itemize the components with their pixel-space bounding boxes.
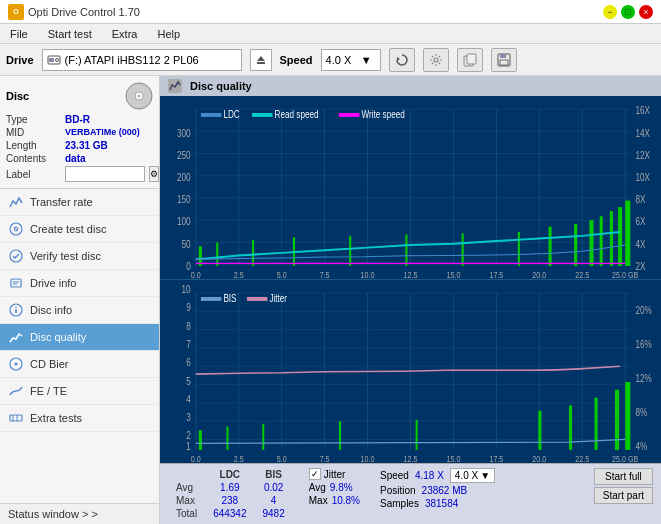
svg-text:9: 9 [186,302,191,313]
svg-rect-51 [216,242,218,266]
svg-rect-125 [595,398,598,450]
disc-length-row: Length 23.31 GB [6,140,153,151]
svg-text:15.0: 15.0 [446,454,460,463]
menu-extra[interactable]: Extra [106,27,144,41]
save-icon [497,53,511,67]
speed-select[interactable]: 4.0 X ▼ [450,468,495,483]
svg-text:6: 6 [186,357,191,368]
status-window-label: Status window > > [8,508,98,520]
menu-help[interactable]: Help [151,27,186,41]
extra-tests-label: Extra tests [30,412,82,424]
disc-label-input[interactable] [65,166,145,182]
sidebar-item-fe-te[interactable]: FE / TE [0,378,159,405]
svg-rect-55 [405,235,407,266]
verify-test-disc-icon [8,248,24,264]
title-bar-controls: − □ × [603,5,653,19]
disc-label-button[interactable]: ⚙ [149,166,159,182]
svg-rect-124 [569,405,572,449]
disc-quality-header: Disc quality [160,76,661,96]
svg-rect-156 [247,297,267,301]
stats-table: LDC BIS Avg 1.69 0.02 Max 238 4 Total [168,468,293,520]
drive-eject-button[interactable] [250,49,272,71]
sidebar-item-drive-info[interactable]: Drive info [0,270,159,297]
transfer-rate-icon [8,194,24,210]
copy-icon [463,53,477,67]
disc-mid-label: MID [6,127,61,138]
copy-button[interactable] [457,48,483,72]
sidebar-item-transfer-rate[interactable]: Transfer rate [0,189,159,216]
cd-bier-icon [8,356,24,372]
disc-label-label: Label [6,169,61,180]
sidebar-item-disc-info[interactable]: Disc info [0,297,159,324]
disc-length-label: Length [6,140,61,151]
stats-area: LDC BIS Avg 1.69 0.02 Max 238 4 Total [160,463,661,524]
svg-text:Read speed: Read speed [275,109,319,120]
svg-text:12%: 12% [635,373,651,384]
svg-rect-126 [615,390,619,450]
start-part-button[interactable]: Start part [594,487,653,504]
verify-test-disc-label: Verify test disc [30,250,101,262]
maximize-button[interactable]: □ [621,5,635,19]
svg-text:12.5: 12.5 [404,270,418,279]
save-button[interactable] [491,48,517,72]
settings-button[interactable] [423,48,449,72]
speed-dropdown[interactable]: 4.0 X ▼ [321,49,381,71]
status-area: Status window > > [0,503,159,524]
svg-text:250: 250 [177,150,191,161]
jitter-max-value: 10.8% [332,495,360,506]
svg-text:1: 1 [186,441,191,452]
svg-rect-58 [549,227,552,266]
disc-info-label: Disc info [30,304,72,316]
svg-rect-127 [625,382,630,450]
bottom-chart-svg: 1 2 3 4 5 6 7 8 9 10 4% 8% 12% 16% 20% 0… [160,280,661,463]
svg-text:20.0: 20.0 [532,270,546,279]
position-label: Position [380,485,416,496]
jitter-max-label: Max [309,495,328,506]
sidebar-item-verify-test-disc[interactable]: Verify test disc [0,243,159,270]
svg-rect-54 [349,236,351,266]
svg-text:50: 50 [182,239,191,250]
disc-section: Disc Type BD-R MID VERBATIMe (000) Lengt [0,76,159,189]
disc-quality-icon [8,329,24,345]
close-button[interactable]: × [639,5,653,19]
sidebar-item-extra-tests[interactable]: Extra tests [0,405,159,432]
minimize-button[interactable]: − [603,5,617,19]
menu-file[interactable]: File [4,27,34,41]
disc-quality-title: Disc quality [190,80,252,92]
speed-label: Speed [280,54,313,66]
drive-icon [47,53,61,67]
svg-text:3: 3 [186,412,191,423]
svg-rect-56 [462,233,464,266]
disc-contents-row: Contents data [6,153,153,164]
disc-contents-value: data [65,153,86,164]
sidebar-item-create-test-disc[interactable]: Create test disc [0,216,159,243]
jitter-checkbox[interactable]: ✓ [309,468,321,480]
svg-rect-59 [574,224,577,266]
status-window-button[interactable]: Status window > > [0,504,159,524]
svg-rect-1 [49,58,54,62]
sidebar-item-cd-bier[interactable]: CD Bier [0,351,159,378]
svg-point-2 [55,58,58,61]
svg-marker-5 [397,57,400,61]
svg-text:300: 300 [177,128,191,139]
svg-text:8X: 8X [635,194,646,205]
refresh-button[interactable] [389,48,415,72]
svg-rect-64 [625,201,630,266]
drive-info-icon [8,275,24,291]
svg-text:LDC: LDC [223,109,240,120]
disc-quality-label: Disc quality [30,331,86,343]
position-value: 23862 MB [422,485,468,496]
drive-bar: Drive (F:) ATAPI iHBS112 2 PL06 Speed 4.… [0,44,661,76]
svg-text:2: 2 [186,431,191,442]
fe-te-icon [8,383,24,399]
svg-text:8: 8 [186,321,191,332]
svg-text:17.5: 17.5 [489,270,503,279]
svg-rect-52 [252,240,254,266]
start-full-button[interactable]: Start full [594,468,653,485]
sidebar: Disc Type BD-R MID VERBATIMe (000) Lengt [0,76,160,524]
drive-dropdown[interactable]: (F:) ATAPI iHBS112 2 PL06 [42,49,242,71]
sidebar-item-disc-quality[interactable]: Disc quality [0,324,159,351]
menu-start-test[interactable]: Start test [42,27,98,41]
svg-text:4: 4 [186,394,191,405]
create-test-disc-icon [8,221,24,237]
